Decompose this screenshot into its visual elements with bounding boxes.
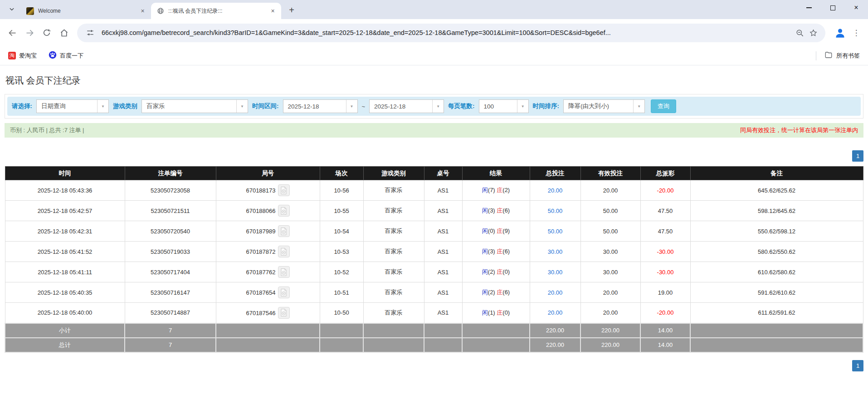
table-body: 2025-12-18 05:43:36523050723058670188173… <box>5 180 863 323</box>
table-row: 2025-12-18 05:42:57523050721511670188066… <box>5 201 863 221</box>
video-record-icon[interactable] <box>278 205 290 217</box>
sort-select[interactable]: 降幂(由大到小) ▼ <box>563 99 645 113</box>
video-record-icon[interactable] <box>278 266 290 278</box>
valid-bet-notice: 同局有效投注，统一计算在该局第一张注单内 <box>740 126 858 134</box>
currency-summary: 币别 : 人民币 | 总共 :7 注单 | <box>10 126 84 134</box>
minimize-icon <box>806 7 812 8</box>
result-banker: 庄 <box>497 207 502 214</box>
url-text[interactable]: 66cxkj98.com/game/betrecord_search/kind3… <box>102 29 788 36</box>
round-no: 670187654 <box>246 289 275 296</box>
round-cell: 670188066 <box>216 201 320 221</box>
browser-menu-icon[interactable]: ⋮ <box>851 25 862 41</box>
video-record-icon[interactable] <box>278 225 290 237</box>
sort-label: 时间排序: <box>533 102 560 110</box>
dropdown-arrow-icon: ▼ <box>346 100 357 113</box>
valid-bet-cell: 20.00 <box>580 303 640 323</box>
remark-cell: 591.62/610.62 <box>690 282 863 303</box>
table-header-row: 时间注单编号局号场次游戏类别桌号结果总投注有效投注总派彩备注 <box>5 167 863 180</box>
footer-cell: 220.00 <box>530 338 580 352</box>
valid-bet-cell: 20.00 <box>580 180 640 201</box>
result-cell: 闲(2) 庄(6) <box>462 282 530 303</box>
footer-cell <box>462 338 530 352</box>
query-type-select[interactable]: 日期查询 ▼ <box>36 99 109 113</box>
date-start-select[interactable]: 2025-12-18 ▼ <box>283 99 358 113</box>
maximize-button[interactable] <box>821 0 844 15</box>
filter-bar: 请选择: 日期查询 ▼ 游戏类别 百家乐 ▼ 时间区间: 2025-12-18 … <box>7 97 861 116</box>
bookmark-aitaobao[interactable]: 淘 爱淘宝 <box>8 52 37 60</box>
table-footer: 小计7220.00220.0014.00总计7220.00220.0014.00 <box>5 323 863 352</box>
time-cell: 2025-12-18 05:41:52 <box>5 242 125 262</box>
footer-cell <box>363 338 424 352</box>
column-header: 总派彩 <box>640 167 690 180</box>
profile-avatar[interactable] <box>832 25 848 41</box>
page-number-button[interactable]: 1 <box>852 150 863 162</box>
date-end-select[interactable]: 2025-12-18 ▼ <box>369 99 444 113</box>
tab-title: :::视讯 会员下注纪录::: <box>168 7 265 15</box>
game-type-select[interactable]: 百家乐 ▼ <box>141 99 248 113</box>
total-bet-cell[interactable]: 50.00 <box>530 221 580 242</box>
result-player: 闲 <box>482 187 488 193</box>
column-header: 注单编号 <box>125 167 216 180</box>
new-tab-button[interactable]: + <box>285 3 298 17</box>
table-row: 2025-12-18 05:40:35523050716147670187654… <box>5 282 863 303</box>
welcome-favicon <box>26 7 34 15</box>
footer-cell: 14.00 <box>640 338 690 352</box>
baidu-paw-icon <box>49 51 57 60</box>
result-cell: 闲(2) 庄(0) <box>462 262 530 282</box>
select-value: 降幂(由大到小) <box>564 100 633 113</box>
payout-cell: -30.00 <box>640 242 690 262</box>
valid-bet-cell: 20.00 <box>580 282 640 303</box>
pagination-top: 1 <box>5 150 863 162</box>
home-button[interactable] <box>55 24 73 41</box>
game-type-label: 游戏类别 <box>113 102 137 110</box>
tune-icon[interactable] <box>83 26 97 40</box>
per-page-select[interactable]: 100 ▼ <box>479 99 529 113</box>
total-bet-cell[interactable]: 50.00 <box>530 201 580 221</box>
dropdown-arrow-icon: ▼ <box>432 100 444 113</box>
query-button[interactable]: 查询 <box>651 99 676 113</box>
total-bet-cell[interactable]: 30.00 <box>530 262 580 282</box>
bookmark-star-icon[interactable] <box>806 26 820 40</box>
forward-button[interactable] <box>21 24 38 41</box>
result-cell: 闲(3) 庄(6) <box>462 201 530 221</box>
column-header: 游戏类别 <box>363 167 424 180</box>
back-button[interactable] <box>4 24 21 41</box>
column-header: 时间 <box>5 167 125 180</box>
bookmark-label: 爱淘宝 <box>19 52 37 60</box>
all-bookmarks[interactable]: 所有书签 <box>816 51 860 60</box>
tab-search-button[interactable] <box>5 4 18 16</box>
video-record-icon[interactable] <box>278 246 290 257</box>
bookmark-label: 百度一下 <box>60 52 83 60</box>
video-record-icon[interactable] <box>278 184 290 196</box>
round-cell: 670187989 <box>216 221 320 242</box>
session-cell: 10-56 <box>320 180 363 201</box>
total-bet-cell[interactable]: 30.00 <box>530 242 580 262</box>
minimize-button[interactable] <box>797 0 821 15</box>
page-number-button[interactable]: 1 <box>852 360 863 371</box>
video-record-icon[interactable] <box>278 287 290 298</box>
folder-icon <box>824 51 833 60</box>
session-cell: 10-53 <box>320 242 363 262</box>
result-banker: 庄 <box>497 289 502 296</box>
range-separator: ~ <box>362 103 366 110</box>
window-controls: × <box>797 0 868 15</box>
column-header: 有效投注 <box>580 167 640 180</box>
address-bar[interactable]: 66cxkj98.com/game/betrecord_search/kind3… <box>77 24 825 42</box>
tab-betrecord[interactable]: :::视讯 会员下注纪录::: × <box>151 3 281 19</box>
reload-button[interactable] <box>38 24 55 41</box>
footer-cell <box>690 323 863 338</box>
pagination-bottom: 1 <box>5 360 863 371</box>
close-tab-icon[interactable]: × <box>269 7 277 15</box>
video-record-icon[interactable] <box>278 307 290 319</box>
game-cell: 百家乐 <box>363 303 424 323</box>
tab-welcome[interactable]: Welcome × <box>21 3 151 19</box>
total-bet-cell[interactable]: 20.00 <box>530 180 580 201</box>
zoom-out-icon[interactable] <box>793 26 806 40</box>
total-bet-cell[interactable]: 20.00 <box>530 282 580 303</box>
total-bet-cell[interactable]: 20.00 <box>530 303 580 323</box>
close-tab-icon[interactable]: × <box>139 7 146 15</box>
select-value: 100 <box>479 100 517 113</box>
close-window-button[interactable]: × <box>844 0 868 15</box>
column-header: 场次 <box>320 167 363 180</box>
bookmark-baidu[interactable]: 百度一下 <box>49 51 83 60</box>
